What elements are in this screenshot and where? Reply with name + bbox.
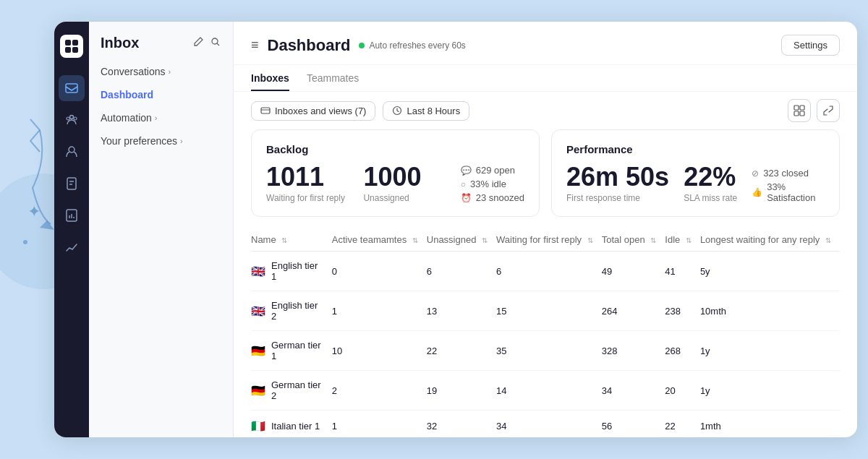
dashboard-content: Backlog 1011 Waiting for first reply 100… bbox=[234, 129, 857, 437]
sidebar-item-conversations[interactable]: Conversations › bbox=[89, 60, 233, 83]
response-time-value: 26m 50s bbox=[566, 164, 669, 190]
snoozed-stat: ⏰ 23 snoozed bbox=[461, 192, 524, 203]
svg-rect-16 bbox=[261, 108, 270, 113]
waiting-metric: 1011 Waiting for first reply bbox=[266, 164, 363, 203]
cell-total-2: 328 bbox=[602, 331, 665, 371]
chevron-icon-3: › bbox=[180, 137, 183, 145]
satisfaction-stat: 👍 33% Satisfaction bbox=[752, 181, 825, 203]
col-idle[interactable]: Idle ⇅ bbox=[665, 228, 700, 252]
svg-point-10 bbox=[70, 116, 74, 119]
team-name-3: 🇩🇪 German tier 2 bbox=[251, 379, 323, 401]
cell-idle-4: 22 bbox=[665, 411, 700, 438]
inbox-rail-icon[interactable] bbox=[59, 75, 85, 101]
cell-name-0: 🇬🇧 English tier 1 bbox=[251, 252, 332, 291]
grid-icon bbox=[793, 105, 805, 116]
cell-active-0: 0 bbox=[332, 252, 427, 291]
inbox-filter-button[interactable]: Inboxes and views (7) bbox=[251, 101, 375, 121]
compose-icon[interactable] bbox=[192, 36, 204, 50]
cell-unassigned-4: 32 bbox=[427, 411, 496, 438]
perf-metrics: 26m 50s First response time 22% SLA miss… bbox=[566, 164, 825, 203]
data-table: Name ⇅ Active teamamtes ⇅ Unassigned ⇅ bbox=[251, 228, 840, 437]
col-total-open[interactable]: Total open ⇅ bbox=[602, 228, 665, 252]
dashboard-label: Dashboard bbox=[101, 89, 153, 100]
col-unassigned[interactable]: Unassigned ⇅ bbox=[427, 228, 496, 252]
col-active-teammates[interactable]: Active teamamtes ⇅ bbox=[332, 228, 427, 252]
search-icon[interactable] bbox=[210, 36, 221, 50]
cell-total-4: 56 bbox=[602, 411, 665, 438]
svg-rect-13 bbox=[67, 178, 76, 189]
cell-unassigned-1: 13 bbox=[427, 291, 496, 331]
main-content: ≡ Dashboard Auto refreshes every 60s Set… bbox=[234, 22, 857, 437]
backlog-title: Backlog bbox=[266, 143, 524, 155]
col-waiting[interactable]: Waiting for first reply ⇅ bbox=[496, 228, 602, 252]
svg-rect-20 bbox=[794, 111, 799, 116]
sidebar-item-dashboard[interactable]: Dashboard bbox=[89, 83, 233, 106]
team-label-3: German tier 2 bbox=[271, 379, 323, 401]
waiting-label: Waiting for first reply bbox=[266, 193, 363, 203]
unassigned-value: 1000 bbox=[363, 164, 460, 190]
auto-refresh-text: Auto refreshes every 60s bbox=[369, 40, 465, 51]
docs-rail-icon[interactable] bbox=[59, 171, 85, 197]
snoozed-icon: ⏰ bbox=[461, 193, 472, 203]
closed-stat: ⊘ 323 closed bbox=[752, 168, 825, 179]
cell-longest-1: 10mth bbox=[700, 291, 840, 331]
sidebar-item-preferences[interactable]: Your preferences › bbox=[89, 129, 233, 153]
closed-count: 323 closed bbox=[763, 168, 809, 179]
time-filter-button[interactable]: Last 8 Hours bbox=[383, 101, 469, 121]
hamburger-icon[interactable]: ≡ bbox=[251, 38, 259, 53]
reports-rail-icon[interactable] bbox=[59, 202, 85, 228]
cell-idle-1: 238 bbox=[665, 291, 700, 331]
perf-stats: ⊘ 323 closed 👍 33% Satisfaction bbox=[752, 168, 825, 203]
svg-point-15 bbox=[212, 38, 218, 44]
flag-1: 🇬🇧 bbox=[251, 304, 265, 318]
sort-icon-total: ⇅ bbox=[650, 236, 656, 244]
tab-inboxes[interactable]: Inboxes bbox=[251, 65, 289, 91]
cell-longest-2: 1y bbox=[700, 331, 840, 371]
svg-point-4 bbox=[23, 240, 27, 244]
satisfaction-icon: 👍 bbox=[752, 187, 762, 197]
cell-total-3: 34 bbox=[602, 371, 665, 411]
sidebar-header-icons bbox=[192, 36, 221, 50]
response-time-label: First response time bbox=[566, 193, 669, 203]
main-header: ≡ Dashboard Auto refreshes every 60s Set… bbox=[234, 22, 857, 65]
col-name[interactable]: Name ⇅ bbox=[251, 228, 332, 252]
svg-point-11 bbox=[67, 117, 69, 120]
tab-teammates[interactable]: Teammates bbox=[307, 65, 359, 91]
filter-row-right bbox=[788, 99, 840, 122]
table-row: 🇬🇧 English tier 1 0 6 6 49 41 5y bbox=[251, 252, 840, 291]
cell-unassigned-3: 19 bbox=[427, 371, 496, 411]
expand-icon bbox=[822, 105, 834, 116]
svg-point-12 bbox=[74, 117, 77, 120]
sla-block: 22% SLA miss rate bbox=[684, 164, 737, 203]
cell-name-3: 🇩🇪 German tier 2 bbox=[251, 371, 332, 411]
filter-row-left: Inboxes and views (7) Last 8 Hours bbox=[251, 101, 469, 121]
nav-rail-icon[interactable] bbox=[59, 107, 85, 133]
cell-active-4: 1 bbox=[332, 411, 427, 438]
idle-stat: ○ 33% idle bbox=[461, 179, 524, 189]
sla-value: 22% bbox=[684, 164, 737, 190]
header-row: Name ⇅ Active teamamtes ⇅ Unassigned ⇅ bbox=[251, 228, 840, 252]
cell-active-3: 2 bbox=[332, 371, 427, 411]
svg-rect-19 bbox=[800, 106, 804, 110]
svg-rect-5 bbox=[65, 40, 71, 46]
sidebar-item-automation[interactable]: Automation › bbox=[89, 106, 233, 129]
table-header: Name ⇅ Active teamamtes ⇅ Unassigned ⇅ bbox=[251, 228, 840, 252]
grid-view-button[interactable] bbox=[788, 99, 811, 122]
analytics-rail-icon[interactable] bbox=[59, 234, 85, 260]
svg-rect-8 bbox=[72, 47, 78, 53]
table-body: 🇬🇧 English tier 1 0 6 6 49 41 5y 🇬🇧 Engl… bbox=[251, 252, 840, 438]
open-icon: 💬 bbox=[461, 166, 472, 176]
cell-name-2: 🇩🇪 German tier 1 bbox=[251, 331, 332, 371]
backlog-metrics: 1011 Waiting for first reply 1000 Unassi… bbox=[266, 164, 524, 203]
contacts-rail-icon[interactable] bbox=[59, 139, 85, 165]
col-longest-waiting[interactable]: Longest waiting for any reply ⇅ bbox=[700, 228, 840, 252]
team-label-0: English tier 1 bbox=[271, 260, 323, 282]
expand-button[interactable] bbox=[817, 99, 840, 122]
sidebar-nav: Inbox Conversations › Dashboard Automati… bbox=[89, 22, 234, 437]
sla-label: SLA miss rate bbox=[684, 193, 737, 203]
cell-total-1: 264 bbox=[602, 291, 665, 331]
svg-marker-2 bbox=[40, 220, 54, 230]
cell-longest-0: 5y bbox=[700, 252, 840, 291]
icon-rail bbox=[54, 22, 89, 437]
settings-button[interactable]: Settings bbox=[781, 35, 840, 56]
